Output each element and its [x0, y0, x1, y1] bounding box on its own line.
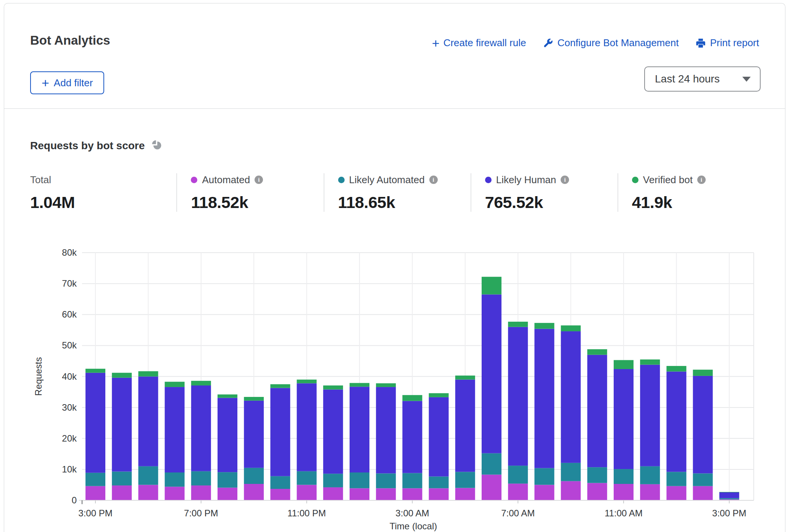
section-title: Requests by bot score [30, 140, 145, 152]
stat-total-value: 1.04M [30, 193, 169, 212]
svg-text:3:00 PM: 3:00 PM [78, 508, 112, 518]
stat-likely-automated[interactable]: Likely Automated i 118.65k [324, 173, 471, 212]
info-icon[interactable]: i [429, 176, 438, 184]
likely-human-legend-dot [485, 177, 492, 183]
stat-likely-human[interactable]: Likely Human i 765.52k [471, 173, 617, 212]
svg-text:11:00 PM: 11:00 PM [287, 508, 326, 518]
svg-text:0: 0 [72, 495, 77, 505]
stat-automated[interactable]: Automated i 118.52k [176, 173, 323, 212]
chevron-down-icon [742, 77, 751, 82]
stat-verified-bot-label: Verified bot [643, 174, 693, 186]
svg-text:3:00 PM: 3:00 PM [712, 508, 746, 518]
svg-text:Requests: Requests [33, 357, 44, 396]
svg-text:7:00 PM: 7:00 PM [184, 508, 218, 518]
svg-text:11:00 AM: 11:00 AM [605, 508, 643, 518]
stat-verified-bot-value: 41.9k [632, 193, 757, 212]
pie-chart-icon [151, 139, 163, 153]
time-range-value: Last 24 hours [655, 73, 720, 85]
stat-total: Total 1.04M [30, 173, 176, 212]
create-firewall-rule-label: Create firewall rule [443, 37, 526, 49]
svg-text:7:00 AM: 7:00 AM [501, 508, 535, 518]
svg-text:3:00 AM: 3:00 AM [395, 508, 429, 518]
svg-text:20k: 20k [62, 433, 77, 443]
header-divider [4, 108, 785, 109]
info-icon[interactable]: i [697, 176, 706, 184]
svg-text:30k: 30k [62, 402, 77, 413]
stat-likely-human-label: Likely Human [496, 174, 556, 186]
svg-text:10k: 10k [62, 464, 77, 474]
print-report-link[interactable]: Print report [695, 37, 759, 49]
bot-analytics-card: Bot Analytics + Create firewall rule Con… [4, 3, 785, 532]
configure-bot-management-label: Configure Bot Management [557, 37, 679, 49]
automated-legend-dot [191, 177, 197, 183]
header-actions: + Create firewall rule Configure Bot Man… [432, 37, 759, 49]
time-range-select[interactable]: Last 24 hours [644, 66, 761, 92]
svg-text:50k: 50k [62, 340, 77, 350]
svg-text:60k: 60k [62, 309, 77, 319]
add-filter-button[interactable]: + Add filter [30, 71, 104, 94]
stat-total-label: Total [30, 174, 51, 186]
requests-by-bot-score-chart[interactable]: 010k20k30k40k50k60k70k80k3:00 PM7:00 PM1… [4, 232, 790, 532]
create-firewall-rule-link[interactable]: + Create firewall rule [432, 37, 526, 49]
svg-text:Time (local): Time (local) [390, 521, 437, 531]
stat-likely-automated-label: Likely Automated [349, 174, 425, 186]
printer-icon [695, 38, 706, 48]
add-filter-label: Add filter [54, 77, 93, 89]
verified-bot-legend-dot [632, 177, 638, 183]
configure-bot-management-link[interactable]: Configure Bot Management [543, 37, 679, 49]
info-icon[interactable]: i [255, 176, 263, 184]
page-title: Bot Analytics [30, 33, 110, 48]
stat-verified-bot[interactable]: Verified bot i 41.9k [617, 173, 764, 212]
wrench-icon [543, 38, 553, 48]
plus-icon: + [432, 38, 440, 48]
stat-automated-label: Automated [202, 174, 250, 186]
stat-likely-automated-value: 118.65k [338, 193, 463, 212]
svg-text:40k: 40k [62, 371, 77, 382]
stat-likely-human-value: 765.52k [485, 193, 610, 212]
stat-automated-value: 118.52k [191, 193, 316, 212]
svg-text:80k: 80k [62, 247, 77, 258]
plus-icon: + [42, 78, 49, 88]
likely-automated-legend-dot [338, 177, 345, 183]
info-icon[interactable]: i [561, 176, 569, 184]
stats-row: Total 1.04M Automated i 118.52k Likely A… [30, 173, 764, 212]
svg-text:70k: 70k [62, 278, 77, 289]
print-report-label: Print report [710, 37, 759, 49]
